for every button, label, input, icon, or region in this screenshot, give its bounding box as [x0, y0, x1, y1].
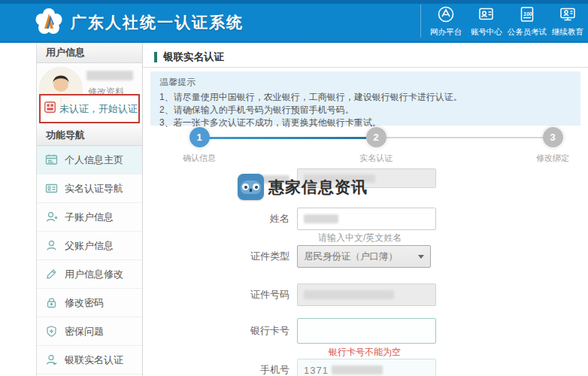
nav-item-civil-exam[interactable]: 100 公务员考试 — [507, 5, 547, 38]
page-title: 银联实名认证 — [163, 50, 224, 64]
bank-card-label: 银行卡号 — [143, 324, 297, 338]
step-connector-active — [209, 137, 366, 139]
id-number-field-disabled — [297, 284, 436, 306]
form-row-phone: 手机号 1371 — [143, 359, 436, 376]
step-label: 实名认证 — [359, 153, 393, 164]
step-label: 确认信息 — [183, 153, 216, 164]
page-title-bar: 银联实名认证 — [143, 47, 588, 68]
step-circle: 2 — [366, 127, 386, 147]
platform-icon — [437, 5, 455, 24]
watermark-text: 惠家信息资讯 — [268, 177, 368, 198]
left-gutter — [0, 43, 36, 376]
nav-label: 账号中心 — [471, 27, 502, 38]
nav-item-account-center[interactable]: 账号中心 — [466, 5, 507, 38]
step-circle: 1 — [189, 127, 210, 147]
sidebar-item-label: 父账户信息 — [65, 239, 114, 253]
sidebar-item-parent-account[interactable]: 父账户信息 — [37, 232, 142, 260]
value-redacted — [332, 365, 383, 374]
step-modify-binding: 3 修改绑定 — [523, 127, 583, 164]
sidebar-item-label: 银联实名认证 — [65, 353, 123, 367]
watermark-robot-icon — [238, 174, 264, 200]
step-circle: 3 — [543, 127, 563, 147]
person-icon — [45, 239, 58, 252]
shield-icon — [45, 325, 58, 338]
notice-line: 2、请确保输入的手机号码为银行预留手机号码。 — [159, 104, 571, 117]
id-number-label: 证件号码 — [143, 288, 297, 302]
phone-value-visible: 1371 — [304, 365, 329, 376]
sidebar-item-label: 修改密码 — [65, 296, 104, 310]
notice-title: 温馨提示 — [159, 76, 571, 89]
phone-input[interactable]: 1371 — [297, 359, 436, 376]
nav-item-continuing-education[interactable]: 继续教育 — [547, 5, 588, 38]
sidebar-item-label: 用户信息修改 — [65, 268, 123, 281]
form-row-name: 姓名 — [143, 208, 436, 230]
chevron-down-icon — [418, 255, 424, 259]
page: 广东人社统一认证系统 网办平台 账号中心 — [0, 0, 588, 376]
name-label: 姓名 — [143, 212, 297, 226]
svg-text:100: 100 — [523, 11, 532, 17]
main-panel: 银联实名认证 温馨提示 1、请尽量使用中国银行，农业银行，工商银行，建设银行银行… — [143, 43, 588, 376]
sidebar-item-label: 子账户信息 — [65, 211, 114, 224]
certification-status-alert[interactable]: 未认证，开始认证 — [39, 94, 140, 123]
id-type-selected-value: 居民身份证（户口簿） — [304, 250, 398, 263]
sidebar-item-personal-info-home[interactable]: 个人信息主页 — [37, 146, 142, 174]
id-type-select[interactable]: 居民身份证（户口簿） — [297, 245, 431, 268]
form-row-bank-card: 银行卡号 — [143, 318, 436, 344]
profile-block: 修改资料 未认证，开始认证 — [37, 63, 142, 126]
sidebar-item-realname-auth-nav[interactable]: 实名认证导航 — [37, 174, 142, 203]
app-header: 广东人社统一认证系统 网办平台 账号中心 — [0, 0, 588, 43]
bank-card-error: 银行卡号不能为空 — [329, 346, 401, 359]
name-hint: 请输入中文/英文姓名 — [318, 232, 402, 244]
sidebar-item-label: 密保问题 — [65, 325, 104, 338]
sidebar-item-label: 个人信息主页 — [65, 153, 123, 167]
pencil-icon — [45, 268, 58, 280]
sidebar-item-sub-account[interactable]: 子账户信息 — [37, 203, 142, 232]
app-logo-icon — [35, 8, 63, 36]
form-row-id-type: 证件类型 居民身份证（户口簿） — [143, 245, 431, 268]
exam-score-icon: 100 — [518, 5, 536, 24]
account-center-icon — [477, 5, 496, 24]
sidebar-item-security-question[interactable]: 密保问题 — [37, 317, 142, 346]
header-nav: 网办平台 账号中心 100 — [420, 5, 588, 38]
nav-label: 继续教育 — [552, 27, 583, 38]
sidebar-item-change-password[interactable]: 修改密码 — [37, 289, 142, 317]
step-label: 修改绑定 — [536, 153, 569, 164]
user-info-section-header: 用户信息 — [37, 43, 142, 63]
title-accent-bar — [154, 52, 157, 62]
lock-icon — [45, 296, 58, 309]
sidebar-item-unionpay-realname[interactable]: 银联实名认证 — [37, 346, 142, 374]
nav-label: 公务员考试 — [508, 27, 547, 38]
step-realname-auth: 2 实名认证 — [346, 127, 406, 164]
app-title: 广东人社统一认证系统 — [71, 12, 244, 33]
nav-label: 网办平台 — [430, 27, 462, 38]
phone-label: 手机号 — [143, 363, 297, 376]
step-connector-inactive — [386, 137, 543, 138]
certification-status-text: 未认证，开始认证 — [59, 102, 138, 116]
sidebar: 用户信息 修改资料 — [36, 43, 143, 376]
value-redacted — [304, 214, 338, 223]
function-nav-section-header: 功能导航 — [37, 126, 142, 146]
form-row-id-number: 证件号码 — [143, 284, 436, 306]
notice-box: 温馨提示 1、请尽量使用中国银行，农业银行，工商银行，建设银行银行卡进行认证。 … — [150, 71, 580, 126]
step-confirm-info: 1 确认信息 — [169, 127, 229, 164]
name-input[interactable] — [297, 208, 436, 230]
value-redacted — [304, 290, 394, 299]
sidebar-item-user-info-edit[interactable]: 用户信息修改 — [37, 260, 142, 289]
home-card-icon — [45, 153, 58, 166]
sidebar-item-label: 实名认证导航 — [65, 182, 123, 196]
watermark: 惠家信息资讯 — [238, 174, 368, 200]
id-type-label: 证件类型 — [143, 250, 297, 263]
notice-line: 1、请尽量使用中国银行，农业银行，工商银行，建设银行银行卡进行认证。 — [159, 91, 571, 104]
person-plus-icon — [45, 211, 58, 223]
bank-card-input[interactable] — [297, 318, 436, 344]
nav-item-web-platform[interactable]: 网办平台 — [426, 5, 466, 38]
username-redacted — [86, 71, 133, 80]
person-check-icon — [45, 353, 58, 366]
id-card-icon — [45, 182, 58, 195]
progress-stepper: 1 确认信息 2 实名认证 3 修改绑定 — [143, 127, 588, 166]
education-monitor-icon — [559, 5, 577, 24]
uncertified-badge-icon — [44, 102, 56, 116]
content-area: 用户信息 修改资料 — [0, 43, 588, 376]
